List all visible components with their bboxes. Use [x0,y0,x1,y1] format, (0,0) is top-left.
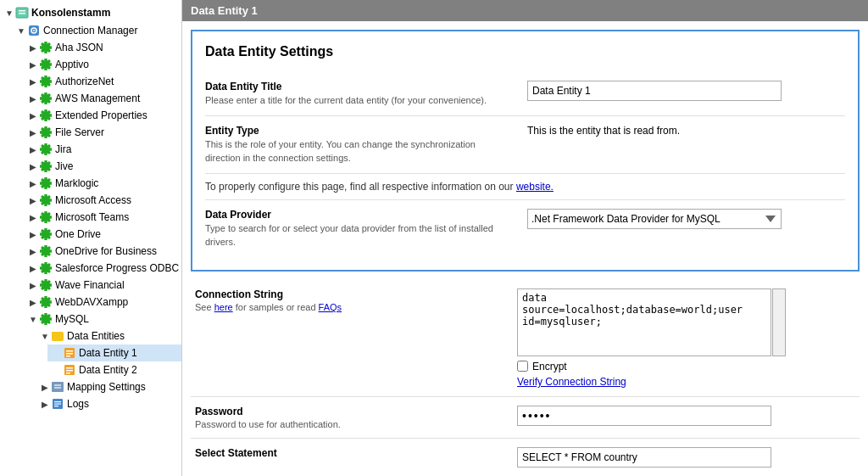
mysql-icon [39,312,53,326]
ms-access-icon [39,193,53,207]
data-provider-select[interactable]: .Net Framework Data Provider for MySQL .… [527,209,782,229]
entity-title-input[interactable] [527,81,782,101]
main-content: Data Entity Settings Data Entity Title P… [182,21,868,476]
mysql-children: ▼ Data Entities ▶ [24,328,181,412]
website-link[interactable]: website. [516,181,554,193]
sidebar-item-marklogic[interactable]: ▶ Marklogic [24,175,181,192]
mysql-label: MySQL [55,313,89,325]
sidebar-item-apptivo[interactable]: ▶ Apptivo [24,56,181,73]
mapping-settings-icon [51,380,64,394]
sidebar-item-ms-access[interactable]: ▶ Microsoft Access [24,192,181,209]
sidebar-item-mysql[interactable]: ▼ MySQL [24,311,181,328]
data-provider-label: Data Provider [205,209,510,221]
entity-type-control: This is the entity that is read from. [527,125,845,137]
salesforce-label: Salesforce Progress ODBC [55,262,179,274]
marklogic-label: Marklogic [55,177,98,189]
svg-rect-13 [66,372,70,374]
sidebar-item-jira[interactable]: ▶ Jira [24,141,181,158]
authorize-net-icon [39,75,53,88]
jive-icon [39,160,53,173]
sidebar-item-ms-teams[interactable]: ▶ Microsoft Teams [24,209,181,226]
mapping-settings-label: Mapping Settings [67,381,146,393]
logs-icon [51,397,64,411]
cm-icon [27,24,41,37]
sidebar-item-data-entity-2[interactable]: ▶ Data Entity 2 [47,361,181,378]
aha-json-label: Aha JSON [55,42,103,53]
conn-string-row: Connection String See here for samples o… [191,280,860,397]
ms-teams-icon [39,210,53,224]
file-server-icon [39,126,53,139]
conn-string-textarea[interactable]: data source=localhost;database=world;use… [517,288,771,356]
conn-desc-mid: for samples or read [236,302,316,312]
marklogic-icon [39,176,53,190]
sidebar-item-wave[interactable]: ▶ Wave Financial [24,277,181,294]
one-drive-label: One Drive [55,228,101,240]
password-control [517,406,855,426]
conn-string-desc: See here for samples or read FAQs [195,302,500,312]
sidebar-item-extended-properties[interactable]: ▶ Extended Properties [24,107,181,124]
conn-string-control: data source=localhost;database=world;use… [517,288,855,388]
svg-rect-11 [66,367,73,369]
data-entity-1-label: Data Entity 1 [79,347,137,359]
select-statement-input[interactable] [517,447,771,468]
svg-rect-1 [19,10,25,12]
sidebar-item-mapping-settings[interactable]: ▶ Mapping Settings [36,378,181,395]
entity-type-value: This is the entity that is read from. [527,125,680,137]
svg-rect-12 [66,370,73,372]
main-title: Data Entity 1 [191,4,258,17]
svg-rect-8 [66,353,73,355]
setting-row-entity-title: Data Entity Title Please enter a title f… [205,72,845,116]
password-input[interactable] [517,406,771,426]
verify-connection-link[interactable]: Verify Connection String [517,376,855,388]
sidebar-item-file-server[interactable]: ▶ File Server [24,124,181,141]
svg-rect-7 [66,350,73,352]
sidebar-root[interactable]: ▼ Konsolenstamm [0,3,181,22]
svg-rect-14 [52,382,64,392]
sidebar-item-authorize-net[interactable]: ▶ AuthorizeNet [24,73,181,90]
sidebar-item-jive[interactable]: ▶ Jive [24,158,181,175]
root-toggle[interactable]: ▼ [3,8,15,18]
sidebar-item-aha-json[interactable]: ▶ Aha JSON [24,39,181,56]
webdav-icon [39,295,53,309]
data-entity-2-label: Data Entity 2 [79,364,137,376]
logs-label: Logs [67,398,89,410]
select-statement-control [517,447,855,468]
sidebar-item-aws[interactable]: ▶ AWS Management [24,90,181,107]
data-entity-2-icon [63,363,76,377]
entity-title-label: Data Entity Title [205,81,510,92]
apptivo-label: Apptivo [55,59,89,70]
ext-props-icon [39,109,53,122]
root-icon [15,6,29,20]
sidebar-item-logs[interactable]: ▶ Logs [36,395,181,412]
jive-label: Jive [55,160,73,172]
svg-rect-20 [54,406,58,406]
conn-here-link[interactable]: here [214,302,233,312]
settings-section: Data Entity Settings Data Entity Title P… [191,30,860,272]
svg-rect-9 [66,356,70,357]
sidebar-item-salesforce[interactable]: ▶ Salesforce Progress ODBC [24,260,181,277]
data-provider-control: .Net Framework Data Provider for MySQL .… [527,209,845,229]
sidebar-item-onedrive-business[interactable]: ▶ OneDrive for Business [24,243,181,260]
onedrive-business-label: OneDrive for Business [55,245,157,257]
conn-faq-link[interactable]: FAQs [319,302,342,312]
wave-label: Wave Financial [55,279,125,291]
entity-type-desc: This is the role of your entity. You can… [205,138,510,165]
encrypt-label: Encrypt [532,361,567,372]
sidebar-item-one-drive[interactable]: ▶ One Drive [24,226,181,243]
jira-label: Jira [55,143,71,155]
cm-toggle[interactable]: ▼ [15,26,27,36]
sidebar-item-webdav[interactable]: ▶ WebDAVXampp [24,294,181,311]
sidebar-item-data-entity-1[interactable]: ▶ Data Entity 1 [47,344,181,361]
webdav-label: WebDAVXampp [55,296,128,308]
encrypt-checkbox[interactable] [517,361,528,372]
ms-teams-label: Microsoft Teams [55,211,129,223]
conn-string-scrollbar[interactable] [772,288,786,356]
sidebar-item-connection-manager[interactable]: ▼ Connection Manager [12,22,181,39]
ms-access-label: Microsoft Access [55,194,131,206]
main-titlebar: Data Entity 1 [182,0,868,21]
sidebar-item-data-entities[interactable]: ▼ Data Entities [36,328,181,344]
entity-title-control [527,81,845,101]
entity-type-label: Entity Type [205,125,510,137]
entity-title-desc: Please enter a title for the current dat… [205,94,510,107]
data-entities-icon [51,329,64,343]
